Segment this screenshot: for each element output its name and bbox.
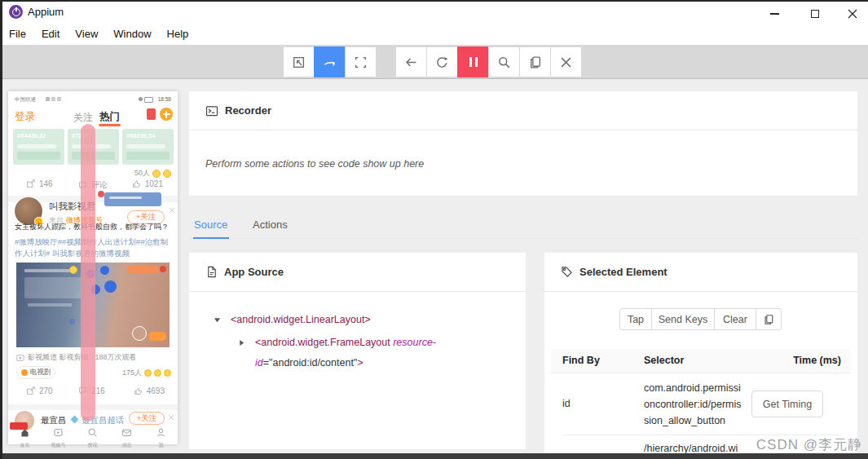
select-element-mode-button[interactable] bbox=[283, 46, 315, 77]
col-find-by: Find By bbox=[562, 355, 600, 366]
search-element-button[interactable] bbox=[488, 46, 520, 77]
quit-session-icon bbox=[560, 56, 572, 68]
menu-edit[interactable]: Edit bbox=[42, 28, 59, 40]
tab-actions[interactable]: Actions bbox=[253, 218, 288, 231]
csdn-watermark: CSDN @李元静 bbox=[756, 435, 862, 454]
dismiss-post-icon bbox=[168, 414, 174, 421]
copy-source-button[interactable] bbox=[519, 46, 551, 77]
video-channel-icon bbox=[53, 427, 64, 438]
video-follow-badge bbox=[148, 332, 166, 341]
phone-carrier-label: 中国联通 bbox=[15, 96, 36, 104]
selected-element-title: Selected Element bbox=[579, 266, 668, 278]
recorder-empty-message: Perform some actions to see code show up… bbox=[205, 158, 424, 170]
selector-value: com.android.permissioncontroller:id/perm… bbox=[644, 380, 743, 429]
selector-value-partial: /hierarchy/android.wi bbox=[644, 443, 750, 454]
session-action-group bbox=[396, 46, 582, 77]
refresh-icon bbox=[435, 55, 449, 69]
nav-home: 首页 bbox=[8, 426, 42, 449]
red-envelope-icon bbox=[147, 108, 156, 120]
mail-icon bbox=[121, 427, 132, 438]
viewer-count-2: 175人 bbox=[122, 368, 171, 378]
discover-search-icon bbox=[87, 427, 98, 438]
tap-element-button[interactable]: Tap bbox=[619, 308, 652, 330]
nav-profile: 我 bbox=[144, 426, 178, 449]
diamond-icon bbox=[71, 416, 79, 424]
phone-follow-tab: 关注 bbox=[73, 111, 93, 125]
menu-file[interactable]: File bbox=[9, 28, 26, 40]
title-bar: Appium bbox=[2, 2, 868, 23]
expander-closed-icon[interactable] bbox=[238, 339, 245, 346]
nav-video: 视频号 bbox=[42, 426, 75, 449]
copy-attributes-button[interactable] bbox=[756, 308, 782, 330]
find-by-value: id bbox=[562, 398, 571, 409]
close-window-button[interactable] bbox=[840, 7, 865, 21]
video-meta: 影视频道 影视剪辑 · 188万次观看 bbox=[16, 352, 137, 363]
video-badge-icon bbox=[160, 266, 166, 272]
tree-node-linearlayout[interactable]: <android.widget.LinearLayout> bbox=[214, 310, 507, 330]
share-icon bbox=[26, 179, 35, 188]
select-element-icon bbox=[292, 55, 306, 69]
send-keys-button[interactable]: Send Keys bbox=[651, 308, 715, 330]
add-button-icon bbox=[160, 108, 173, 121]
active-tab-indicator bbox=[193, 237, 229, 239]
close-window-icon bbox=[848, 9, 857, 19]
like-icon bbox=[134, 386, 143, 395]
tap-by-coordinates-button[interactable] bbox=[345, 46, 377, 77]
share-count-2: 270 bbox=[26, 386, 53, 395]
expander-open-icon[interactable] bbox=[214, 316, 221, 324]
tabs-divider bbox=[189, 238, 857, 239]
tab-source[interactable]: Source bbox=[194, 218, 227, 231]
app-source-title: App Source bbox=[224, 266, 284, 278]
promo-sticker bbox=[104, 192, 161, 206]
swipe-by-coordinates-button[interactable] bbox=[314, 46, 346, 77]
back-button[interactable] bbox=[395, 46, 427, 77]
swipe-by-coordinates-icon bbox=[323, 55, 337, 69]
copy-icon bbox=[528, 55, 542, 69]
search-icon bbox=[497, 55, 511, 69]
heart-deco-icon bbox=[98, 191, 104, 197]
viewer-count: 50人 bbox=[134, 168, 171, 179]
selected-element-panel: Selected Element Tap Send Keys Clear Fin… bbox=[544, 253, 857, 459]
tap-by-coordinates-icon bbox=[354, 55, 368, 69]
hot-topic-card: #64439,32 bbox=[13, 129, 64, 165]
recorder-panel-header: Recorder bbox=[189, 91, 857, 130]
person-icon bbox=[156, 427, 166, 438]
recorder-icon bbox=[205, 104, 218, 117]
pause-recording-button[interactable] bbox=[457, 46, 489, 77]
recorder-panel: Recorder Perform some actions to see cod… bbox=[189, 91, 857, 196]
menu-window[interactable]: Window bbox=[113, 28, 151, 40]
maximize-button[interactable] bbox=[803, 7, 827, 21]
phone-login-tab: 登录 bbox=[15, 110, 35, 124]
phone-hot-tab-underline bbox=[99, 124, 121, 126]
source-tree: <android.widget.LinearLayout> <android.w… bbox=[214, 310, 507, 373]
back-icon bbox=[404, 55, 418, 69]
element-action-group: Tap Send Keys Clear bbox=[619, 308, 782, 330]
video-author-avatar bbox=[132, 326, 147, 341]
minimize-icon bbox=[770, 13, 779, 15]
phone-status-icons bbox=[139, 97, 153, 103]
share-icon bbox=[26, 386, 35, 395]
quit-session-button[interactable] bbox=[550, 46, 582, 77]
document-icon bbox=[205, 266, 218, 278]
swipe-gesture-indicator bbox=[81, 124, 95, 421]
recorder-title: Recorder bbox=[225, 104, 271, 117]
refresh-button[interactable] bbox=[426, 46, 458, 77]
copy-icon bbox=[763, 314, 774, 325]
follow-button-2: +关注 bbox=[129, 412, 165, 425]
like-icon bbox=[132, 179, 141, 188]
device-screenshot[interactable]: 中国联通 18:58 登录 关注 热门 #64439,32 #721 #6823… bbox=[8, 91, 178, 444]
minimize-button[interactable] bbox=[762, 7, 786, 21]
hot-topic-card: #68239,54 bbox=[122, 129, 174, 165]
inspector-toolbar bbox=[2, 45, 868, 79]
appium-logo-icon bbox=[9, 5, 23, 19]
tree-node-framelayout[interactable]: <android.widget.FrameLayout resource-id=… bbox=[238, 333, 507, 373]
window-bottom-edge bbox=[0, 453, 868, 459]
share-count: 146 bbox=[26, 179, 53, 188]
tag-icon bbox=[561, 266, 573, 278]
nav-messages: 消息 bbox=[110, 426, 143, 449]
menu-help[interactable]: Help bbox=[167, 28, 189, 40]
menu-view[interactable]: View bbox=[75, 28, 98, 40]
clear-element-button[interactable]: Clear bbox=[714, 308, 756, 330]
like-count-2: 4693 bbox=[134, 386, 165, 395]
get-timing-button[interactable]: Get Timing bbox=[751, 391, 823, 417]
